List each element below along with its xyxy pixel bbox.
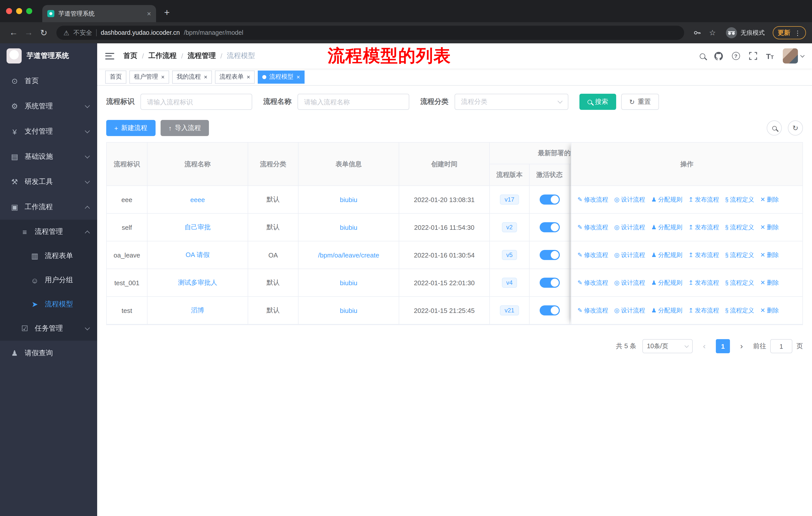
- design-process-link[interactable]: ◎设计流程: [614, 223, 645, 232]
- search-button[interactable]: 搜索: [579, 94, 616, 110]
- active-toggle[interactable]: [540, 222, 559, 232]
- tag-process-model[interactable]: 流程模型 ×: [258, 70, 304, 83]
- design-process-link[interactable]: ◎设计流程: [614, 306, 645, 315]
- edit-process-link[interactable]: ✎修改流程: [577, 278, 608, 287]
- browser-update-button[interactable]: 更新 ⋮: [773, 26, 806, 39]
- process-name-input[interactable]: [297, 94, 409, 110]
- sidebar-item-payment[interactable]: ¥ 支付管理: [0, 119, 97, 144]
- version-badge[interactable]: v5: [502, 250, 517, 260]
- close-icon[interactable]: ×: [296, 73, 300, 80]
- breadcrumb-workflow[interactable]: 工作流程: [148, 51, 177, 60]
- publish-process-link[interactable]: ↥发布流程: [689, 195, 719, 204]
- active-toggle[interactable]: [540, 194, 559, 205]
- zoom-window-button[interactable]: [26, 8, 32, 14]
- publish-process-link[interactable]: ↥发布流程: [689, 278, 719, 287]
- sidebar-item-user-group[interactable]: ☺ 用户分组: [0, 268, 97, 292]
- edit-process-link[interactable]: ✎修改流程: [577, 195, 608, 204]
- sidebar-item-home[interactable]: ⊙ 首页: [0, 69, 97, 94]
- goto-page-input[interactable]: [770, 339, 792, 353]
- form-info-link[interactable]: biubiu: [340, 279, 357, 287]
- process-name-link[interactable]: eeee: [190, 196, 205, 203]
- publish-process-link[interactable]: ↥发布流程: [689, 251, 719, 259]
- close-icon[interactable]: ×: [204, 73, 207, 80]
- process-name-link[interactable]: 自己审批: [184, 223, 211, 232]
- form-info-link[interactable]: /bpm/oa/leave/create: [318, 251, 379, 259]
- process-name-link[interactable]: 滔博: [191, 306, 204, 315]
- collapse-sidebar-button[interactable]: [105, 53, 114, 59]
- assign-rule-link[interactable]: ♟分配规则: [651, 195, 683, 204]
- sidebar-item-process-model[interactable]: ➤ 流程模型: [0, 292, 97, 317]
- breadcrumb-process-management[interactable]: 流程管理: [188, 51, 216, 60]
- password-key-icon[interactable]: [693, 29, 701, 37]
- close-icon[interactable]: ×: [161, 73, 165, 80]
- design-process-link[interactable]: ◎设计流程: [614, 278, 645, 287]
- process-name-link[interactable]: OA 请假: [185, 250, 209, 260]
- form-info-link[interactable]: biubiu: [340, 223, 357, 231]
- minimize-window-button[interactable]: [16, 8, 22, 14]
- edit-process-link[interactable]: ✎修改流程: [577, 306, 608, 315]
- refresh-table-button[interactable]: ↻: [788, 120, 803, 136]
- address-bar[interactable]: ⚠ 不安全 dashboard.yudao.iocoder.cn/bpm/man…: [56, 26, 684, 40]
- form-info-link[interactable]: biubiu: [340, 196, 357, 203]
- close-window-button[interactable]: [6, 8, 12, 14]
- back-button[interactable]: ←: [6, 28, 21, 38]
- sidebar-item-task-management[interactable]: ☑ 任务管理: [0, 317, 97, 341]
- github-icon[interactable]: [714, 52, 723, 60]
- sidebar-item-system[interactable]: ⚙ 系统管理: [0, 94, 97, 119]
- process-name-link[interactable]: 测试多审批人: [178, 278, 217, 287]
- version-badge[interactable]: v2: [502, 222, 517, 232]
- new-tab-button[interactable]: +: [164, 7, 170, 18]
- next-page-button[interactable]: ›: [736, 339, 747, 353]
- process-definition-link[interactable]: §流程定义: [725, 251, 754, 259]
- tag-my-process[interactable]: 我的流程 ×: [172, 70, 212, 83]
- process-definition-link[interactable]: §流程定义: [725, 223, 754, 232]
- tag-process-form[interactable]: 流程表单 ×: [215, 70, 255, 83]
- design-process-link[interactable]: ◎设计流程: [614, 195, 645, 204]
- bookmark-star-icon[interactable]: ☆: [709, 28, 716, 37]
- user-menu[interactable]: [783, 48, 804, 63]
- delete-process-link[interactable]: ✕删除: [760, 306, 779, 315]
- edit-process-link[interactable]: ✎修改流程: [577, 251, 608, 259]
- design-process-link[interactable]: ◎设计流程: [614, 251, 645, 259]
- sidebar-item-leave-query[interactable]: ♟ 请假查询: [0, 341, 97, 366]
- font-size-icon[interactable]: TT: [766, 52, 774, 60]
- version-badge[interactable]: v21: [500, 305, 519, 316]
- process-category-select[interactable]: 流程分类: [455, 94, 568, 110]
- version-badge[interactable]: v4: [502, 278, 517, 288]
- process-key-input[interactable]: [141, 94, 252, 110]
- edit-process-link[interactable]: ✎修改流程: [577, 223, 608, 232]
- version-badge[interactable]: v17: [500, 194, 519, 205]
- import-process-button[interactable]: ↑ 导入流程: [160, 120, 209, 136]
- sidebar-item-process-form[interactable]: ▥ 流程表单: [0, 244, 97, 268]
- toggle-search-button[interactable]: [767, 120, 782, 136]
- delete-process-link[interactable]: ✕删除: [760, 251, 779, 259]
- delete-process-link[interactable]: ✕删除: [760, 195, 779, 204]
- breadcrumb-home[interactable]: 首页: [123, 51, 138, 60]
- fullscreen-icon[interactable]: [749, 52, 757, 60]
- tag-home[interactable]: 首页: [105, 70, 126, 83]
- active-toggle[interactable]: [540, 305, 559, 316]
- sidebar-item-process-management[interactable]: ≡ 流程管理: [0, 220, 97, 244]
- active-toggle[interactable]: [540, 250, 559, 260]
- publish-process-link[interactable]: ↥发布流程: [689, 223, 719, 232]
- form-info-link[interactable]: biubiu: [340, 307, 357, 314]
- assign-rule-link[interactable]: ♟分配规则: [651, 278, 683, 287]
- create-process-button[interactable]: + 新建流程: [106, 120, 155, 136]
- delete-process-link[interactable]: ✕删除: [760, 223, 779, 232]
- publish-process-link[interactable]: ↥发布流程: [689, 306, 719, 315]
- forward-button[interactable]: →: [21, 28, 36, 38]
- browser-tab[interactable]: 芋道管理系统 ×: [42, 5, 156, 22]
- avatar[interactable]: [783, 48, 798, 63]
- tab-close-icon[interactable]: ×: [147, 9, 151, 18]
- browser-menu-icon[interactable]: ⋮: [794, 29, 801, 36]
- process-definition-link[interactable]: §流程定义: [725, 306, 754, 315]
- delete-process-link[interactable]: ✕删除: [760, 278, 779, 287]
- help-icon[interactable]: ?: [732, 52, 740, 60]
- page-number-1[interactable]: 1: [716, 339, 730, 353]
- tag-tenant[interactable]: 租户管理 ×: [129, 70, 169, 83]
- process-definition-link[interactable]: §流程定义: [725, 278, 754, 287]
- sidebar-item-workflow[interactable]: ▣ 工作流程: [0, 194, 97, 220]
- reset-button[interactable]: ↻ 重置: [621, 94, 659, 110]
- active-toggle[interactable]: [540, 278, 559, 288]
- reload-button[interactable]: ↻: [36, 27, 51, 38]
